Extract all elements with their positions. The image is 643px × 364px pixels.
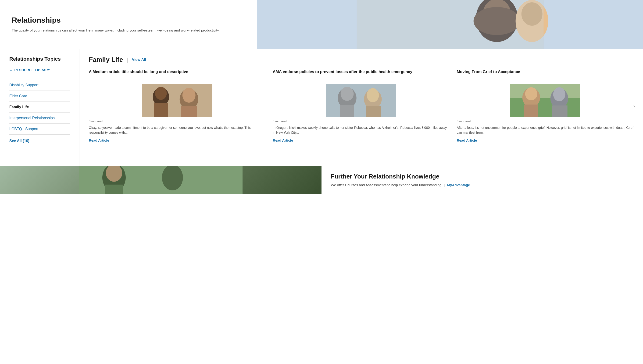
- bottom-title: Further Your Relationship Knowledge: [331, 173, 634, 180]
- articles-section: Family Life | View All A Medium article …: [79, 49, 643, 166]
- sidebar-item-family-life[interactable]: Family Life: [9, 102, 70, 113]
- resource-library-label: RESOURCE LIBRARY: [15, 68, 50, 72]
- svg-rect-6: [450, 0, 543, 49]
- article-image-3: [457, 84, 634, 117]
- resource-library-item[interactable]: ⤓ RESOURCE LIBRARY: [9, 68, 70, 76]
- articles-grid: A Medium article title should be long an…: [89, 69, 634, 142]
- article-title-2: AMA endorse policies to prevent losses a…: [273, 69, 450, 81]
- article-card-2: AMA endorse policies to prevent losses a…: [273, 69, 450, 142]
- sidebar-item-label: Interpersonal Relationships: [9, 116, 55, 120]
- svg-rect-31: [510, 84, 580, 117]
- header-divider: |: [127, 56, 128, 63]
- article-image-1: [89, 84, 266, 117]
- sidebar-item-elder-care[interactable]: Elder Care: [9, 91, 70, 102]
- view-all-link[interactable]: View All: [132, 58, 146, 62]
- myadvantage-link[interactable]: MyAdvantage: [447, 183, 470, 187]
- download-icon: ⤓: [9, 68, 13, 72]
- see-all-link[interactable]: See All (10): [9, 135, 70, 143]
- sidebar-item-lgbtq-support[interactable]: LGBTQ+ Support: [9, 124, 70, 135]
- articles-header: Family Life | View All: [89, 56, 634, 64]
- bottom-description: We offer Courses and Assessments to help…: [331, 182, 634, 188]
- hero-image-svg: [257, 0, 643, 49]
- sidebar-item-interpersonal-relationships[interactable]: Interpersonal Relationships: [9, 113, 70, 124]
- article-image-svg-1: [89, 84, 266, 117]
- read-article-link-3[interactable]: Read Article: [457, 138, 634, 142]
- hero-description: The quality of your relationships can af…: [12, 28, 246, 33]
- article-read-time-3: 3 min read: [457, 120, 634, 123]
- hero-section: Relationships The quality of your relati…: [0, 0, 643, 49]
- read-article-link-2[interactable]: Read Article: [273, 138, 450, 142]
- article-title-1: A Medium article title should be long an…: [89, 69, 266, 81]
- carousel-next-button[interactable]: ›: [630, 102, 638, 110]
- article-image-svg-3: [457, 84, 634, 117]
- sidebar: Relationships Topics ⤓ RESOURCE LIBRARY …: [0, 49, 79, 166]
- svg-rect-37: [79, 166, 243, 194]
- svg-rect-14: [142, 84, 212, 117]
- svg-rect-22: [326, 84, 396, 117]
- article-read-time-1: 3 min read: [89, 120, 266, 123]
- sidebar-item-label: Disability Support: [9, 83, 39, 87]
- section-title: Family Life: [89, 56, 123, 64]
- sidebar-item-disability-support[interactable]: Disability Support: [9, 80, 70, 91]
- read-article-link-1[interactable]: Read Article: [89, 138, 266, 142]
- article-excerpt-3: After a loss, it's not uncommon for peop…: [457, 125, 634, 135]
- article-title-3: Moving From Grief to Acceptance: [457, 69, 634, 81]
- bottom-image: [0, 166, 321, 194]
- see-all-label: See All (10): [9, 139, 30, 143]
- sidebar-item-label: Family Life: [9, 105, 29, 109]
- article-read-time-2: 5 min read: [273, 120, 450, 123]
- article-card-1: A Medium article title should be long an…: [89, 69, 266, 142]
- hero-text-area: Relationships The quality of your relati…: [0, 0, 257, 49]
- article-card-3: Moving From Grief to Acceptance 3 m: [457, 69, 634, 142]
- article-image-2: [273, 84, 450, 117]
- article-image-svg-2: [273, 84, 450, 117]
- main-content: Relationships Topics ⤓ RESOURCE LIBRARY …: [0, 49, 643, 166]
- bottom-section: Further Your Relationship Knowledge We o…: [0, 166, 643, 195]
- sidebar-item-label: LGBTQ+ Support: [9, 127, 38, 131]
- bottom-image-svg: [0, 166, 321, 194]
- hero-title: Relationships: [12, 16, 246, 24]
- article-excerpt-2: In Oregon, Nicki makes weekly phone call…: [273, 125, 450, 135]
- bottom-text-area: Further Your Relationship Knowledge We o…: [321, 166, 643, 195]
- hero-image: [257, 0, 643, 49]
- sidebar-item-label: Elder Care: [9, 94, 27, 98]
- sidebar-heading: Relationships Topics: [9, 56, 70, 62]
- article-excerpt-1: Okay, so you've made a commitment to be …: [89, 125, 266, 135]
